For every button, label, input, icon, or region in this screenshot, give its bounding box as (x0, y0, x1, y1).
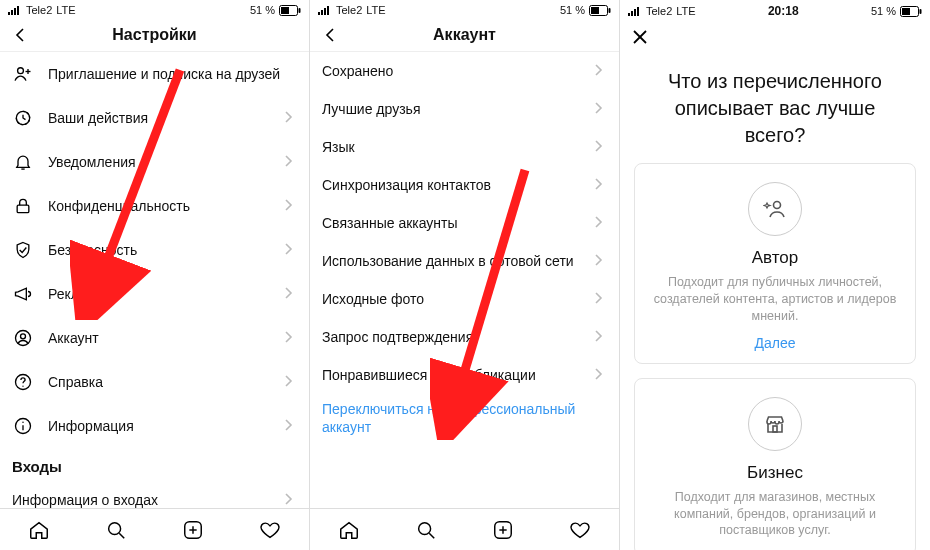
tab-search[interactable] (103, 517, 129, 543)
row-label: Приглашение и подписка на друзей (48, 66, 297, 82)
status-bar: Tele2 LTE 51 % (0, 0, 309, 18)
svg-rect-32 (591, 7, 599, 14)
account-item-close-friends[interactable]: Лучшие друзья (310, 90, 619, 128)
user-circle-icon (12, 327, 34, 349)
account-item-linked-accounts[interactable]: Связанные аккаунты (310, 204, 619, 242)
battery-percent: 51 % (871, 5, 896, 17)
svg-rect-0 (8, 12, 10, 15)
svg-rect-50 (773, 426, 777, 432)
svg-rect-33 (609, 8, 611, 13)
account-list: Сохранено Лучшие друзья Язык Синхронизац… (310, 52, 619, 442)
network-label: LTE (676, 5, 695, 17)
tab-search[interactable] (413, 517, 439, 543)
battery-percent: 51 % (250, 4, 275, 16)
chevron-right-icon (283, 374, 297, 390)
settings-item-notifications[interactable]: Уведомления (0, 140, 309, 184)
account-item-contacts-sync[interactable]: Синхронизация контактов (310, 166, 619, 204)
tab-bar (0, 508, 309, 550)
settings-item-invite[interactable]: Приглашение и подписка на друзей (0, 52, 309, 96)
lock-icon (12, 195, 34, 217)
logins-header: Входы (0, 448, 309, 481)
row-label: Ваши действия (48, 110, 283, 126)
card-title: Бизнес (649, 463, 901, 483)
row-label: Сохранено (322, 63, 593, 79)
page-title: Настройки (112, 26, 196, 44)
creator-icon (748, 182, 802, 236)
navbar: Аккаунт (310, 18, 619, 52)
svg-line-35 (429, 533, 434, 538)
svg-rect-41 (631, 11, 633, 16)
account-item-original-photos[interactable]: Исходные фото (310, 280, 619, 318)
svg-rect-46 (920, 9, 922, 14)
settings-item-activity[interactable]: Ваши действия (0, 96, 309, 140)
chevron-right-icon (283, 418, 297, 434)
account-item-liked-posts[interactable]: Понравившиеся вам публикации (310, 356, 619, 394)
chevron-right-icon (283, 286, 297, 302)
account-item-language[interactable]: Язык (310, 128, 619, 166)
heart-icon (569, 519, 591, 541)
tab-activity[interactable] (567, 517, 593, 543)
settings-item-account[interactable]: Аккаунт (0, 316, 309, 360)
row-label: Уведомления (48, 154, 283, 170)
svg-rect-43 (637, 7, 639, 16)
page-title: Аккаунт (433, 26, 496, 44)
navbar: Настройки (0, 18, 309, 52)
settings-item-ads[interactable]: Реклама (0, 272, 309, 316)
navbar (620, 20, 930, 54)
status-bar: Tele2 LTE 51 % (310, 0, 619, 18)
shop-icon (748, 397, 802, 451)
status-bar: Tele2 LTE 20:18 51 % (620, 0, 930, 20)
switch-to-professional-link[interactable]: Переключиться на профессиональный аккаун… (310, 394, 619, 442)
account-item-cellular-data[interactable]: Использование данных в сотовой сети (310, 242, 619, 280)
account-item-request-verification[interactable]: Запрос подтверждения (310, 318, 619, 356)
settings-item-info[interactable]: Информация (0, 404, 309, 448)
clock-icon (12, 107, 34, 129)
card-next-button[interactable]: Далее (649, 335, 901, 351)
chevron-right-icon (593, 253, 607, 269)
network-label: LTE (56, 4, 75, 16)
search-icon (415, 519, 437, 541)
network-label: LTE (366, 4, 385, 16)
svg-rect-5 (281, 7, 289, 14)
heart-icon (259, 519, 281, 541)
card-creator[interactable]: Автор Подходит для публичных личностей, … (634, 163, 916, 364)
row-label: Исходные фото (322, 291, 593, 307)
choose-question: Что из перечисленного описывает вас лучш… (634, 62, 916, 163)
row-label: Запрос подтверждения (322, 329, 593, 345)
chevron-right-icon (593, 177, 607, 193)
chevron-right-icon (283, 330, 297, 346)
chevron-right-icon (283, 198, 297, 214)
row-label: Справка (48, 374, 283, 390)
settings-item-security[interactable]: Безопасность (0, 228, 309, 272)
home-icon (28, 519, 50, 541)
row-label: Реклама (48, 286, 283, 302)
svg-point-49 (774, 202, 781, 209)
svg-point-21 (109, 522, 121, 534)
card-business[interactable]: Бизнес Подходит для магазинов, местных к… (634, 378, 916, 550)
row-label: Информация о входах (12, 492, 283, 508)
settings-item-privacy[interactable]: Конфиденциальность (0, 184, 309, 228)
megaphone-icon (12, 283, 34, 305)
svg-point-34 (419, 522, 431, 534)
account-item-saved[interactable]: Сохранено (310, 52, 619, 90)
svg-point-17 (22, 386, 23, 387)
tab-home[interactable] (336, 517, 362, 543)
tab-add[interactable] (490, 517, 516, 543)
chevron-right-icon (283, 492, 297, 508)
search-icon (105, 519, 127, 541)
tab-add[interactable] (180, 517, 206, 543)
battery-icon (589, 5, 611, 16)
back-button[interactable] (318, 23, 342, 47)
row-label: Понравившиеся вам публикации (322, 367, 593, 383)
svg-rect-40 (628, 13, 630, 16)
back-button[interactable] (8, 23, 32, 47)
close-button[interactable] (628, 25, 652, 49)
svg-rect-13 (17, 205, 29, 213)
chevron-right-icon (593, 215, 607, 231)
tab-home[interactable] (26, 517, 52, 543)
row-label: Лучшие друзья (322, 101, 593, 117)
svg-rect-1 (11, 10, 13, 15)
svg-line-22 (119, 533, 124, 538)
tab-activity[interactable] (257, 517, 283, 543)
settings-item-help[interactable]: Справка (0, 360, 309, 404)
